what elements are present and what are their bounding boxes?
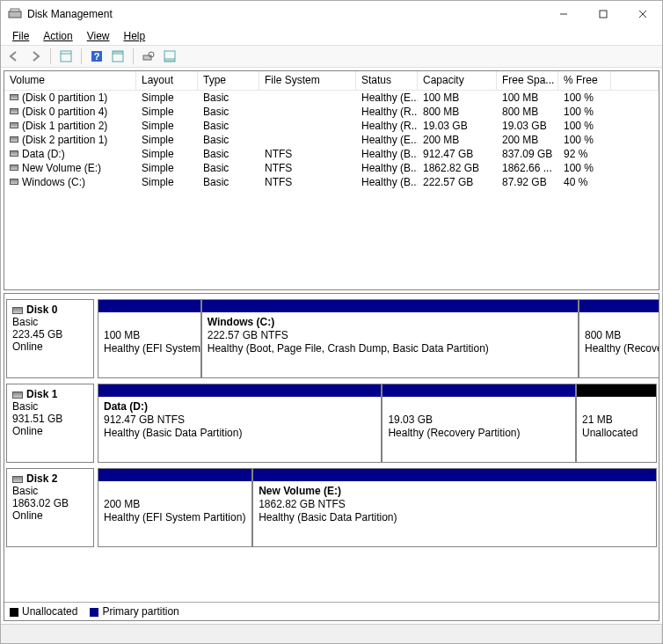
minimize-button[interactable] [543, 2, 583, 26]
legend-unallocated: Unallocated [10, 605, 77, 618]
partition-body: 200 MBHealthy (EFI System Partition) [98, 481, 251, 546]
back-button[interactable] [4, 47, 24, 66]
partition-primary[interactable]: Data (D:)912.47 GB NTFSHealthy (Basic Da… [98, 384, 382, 463]
col-type[interactable]: Type [198, 71, 259, 90]
partition-body: New Volume (E:)1862.82 GB NTFSHealthy (B… [253, 481, 656, 546]
disk-info[interactable]: Disk 1Basic931.51 GBOnline [6, 384, 94, 463]
bottom-view-button[interactable] [160, 47, 179, 66]
col-capacity[interactable]: Capacity [418, 71, 497, 90]
volume-row[interactable]: (Disk 1 partition 2)SimpleBasicHealthy (… [4, 119, 659, 133]
partition-body: Data (D:)912.47 GB NTFSHealthy (Basic Da… [98, 397, 381, 462]
volume-row[interactable]: (Disk 0 partition 4)SimpleBasicHealthy (… [4, 105, 659, 119]
volume-icon [10, 94, 18, 100]
close-button[interactable] [623, 2, 662, 26]
partition-stripe [202, 300, 578, 312]
partition-stripe [382, 384, 575, 397]
volume-row[interactable]: Windows (C:)SimpleBasicNTFSHealthy (B...… [4, 175, 659, 189]
volume-icon [10, 108, 18, 114]
menu-action[interactable]: Action [37, 29, 78, 43]
partition-primary[interactable]: Windows (C:)222.57 GB NTFSHealthy (Boot,… [201, 299, 579, 378]
window-titlebar: Disk Management [1, 1, 662, 27]
svg-rect-11 [113, 51, 123, 55]
partition-body: 21 MBUnallocated [577, 397, 656, 462]
partition-stripe [577, 384, 656, 397]
volume-row[interactable]: (Disk 2 partition 1)SimpleBasicHealthy (… [4, 133, 659, 147]
col-layout[interactable]: Layout [136, 71, 198, 90]
disk-info[interactable]: Disk 2Basic1863.02 GBOnline [6, 468, 94, 547]
partition-primary[interactable]: 200 MBHealthy (EFI System Partition) [98, 468, 252, 547]
partition-unallocated[interactable]: 21 MBUnallocated [576, 384, 657, 463]
svg-rect-6 [61, 51, 71, 62]
legend: Unallocated Primary partition [4, 602, 659, 620]
top-view-button[interactable] [108, 47, 128, 66]
partition-body: 800 MBHealthy (Recovery Partition) [579, 312, 659, 377]
volume-row[interactable]: New Volume (E:)SimpleBasicNTFSHealthy (B… [4, 161, 659, 175]
volume-row[interactable]: (Disk 0 partition 1)SimpleBasicHealthy (… [4, 91, 659, 105]
toolbar-separator [81, 48, 82, 64]
partition-stripe [98, 384, 381, 397]
swatch-primary-icon [90, 608, 98, 617]
volume-icon [10, 150, 18, 157]
svg-rect-3 [600, 11, 607, 18]
volume-list-header: Volume Layout Type File System Status Ca… [4, 71, 659, 91]
maximize-button[interactable] [583, 2, 623, 26]
volume-icon [10, 122, 18, 128]
disk-partitions: Data (D:)912.47 GB NTFSHealthy (Basic Da… [98, 384, 657, 463]
partition-stripe [579, 300, 659, 312]
swatch-unallocated-icon [10, 608, 18, 617]
volume-icon [10, 136, 18, 143]
svg-rect-15 [164, 58, 175, 62]
disk-icon [12, 392, 23, 399]
partition-body: 100 MBHealthy (EFI System Partition) [98, 312, 200, 377]
settings-button[interactable] [139, 47, 158, 66]
svg-text:?: ? [94, 51, 100, 62]
disk-icon [12, 476, 23, 483]
volume-icon [10, 179, 18, 185]
disk-icon [12, 307, 23, 314]
disk-info[interactable]: Disk 0Basic223.45 GBOnline [6, 299, 94, 378]
partition-stripe [253, 469, 656, 481]
partition-stripe [98, 300, 200, 312]
legend-primary: Primary partition [90, 605, 178, 618]
disk-partitions: 200 MBHealthy (EFI System Partition)New … [98, 468, 657, 547]
col-spare[interactable] [611, 71, 659, 90]
disk-row: Disk 1Basic931.51 GBOnlineData (D:)912.4… [4, 384, 659, 463]
forward-button[interactable] [26, 47, 45, 66]
partition-stripe [98, 469, 251, 481]
toolbar-separator [133, 48, 134, 64]
col-filesystem[interactable]: File System [259, 71, 356, 90]
disk-rows-container[interactable]: Disk 0Basic223.45 GBOnline 100 MBHealthy… [4, 294, 659, 602]
col-freespace[interactable]: Free Spa... [497, 71, 558, 90]
volume-list-body[interactable]: (Disk 0 partition 1)SimpleBasicHealthy (… [4, 91, 659, 289]
volume-icon [10, 165, 18, 171]
menu-view[interactable]: View [81, 29, 116, 43]
partition-primary[interactable]: 800 MBHealthy (Recovery Partition) [579, 299, 659, 378]
svg-rect-0 [9, 11, 21, 18]
toolbar-separator [50, 48, 51, 64]
status-bar [1, 624, 662, 643]
partition-body: 19.03 GBHealthy (Recovery Partition) [382, 397, 575, 462]
disk-row: Disk 0Basic223.45 GBOnline 100 MBHealthy… [4, 299, 659, 378]
svg-rect-12 [143, 55, 151, 60]
col-status[interactable]: Status [356, 71, 418, 90]
help-button[interactable]: ? [87, 47, 106, 66]
partition-body: Windows (C:)222.57 GB NTFSHealthy (Boot,… [202, 312, 578, 377]
col-volume[interactable]: Volume [4, 71, 136, 90]
col-pctfree[interactable]: % Free [558, 71, 611, 90]
partition-primary[interactable]: 19.03 GBHealthy (Recovery Partition) [382, 384, 576, 463]
volume-row[interactable]: Data (D:)SimpleBasicNTFSHealthy (B...912… [4, 147, 659, 161]
volume-list-pane: Volume Layout Type File System Status Ca… [4, 70, 659, 290]
window-title: Disk Management [27, 8, 113, 20]
svg-rect-1 [11, 9, 19, 11]
disk-partitions: 100 MBHealthy (EFI System Partition)Wind… [98, 299, 659, 378]
menu-bar: File Action View Help [1, 27, 662, 45]
show-hide-tree-button[interactable] [56, 47, 76, 66]
partition-primary[interactable]: New Volume (E:)1862.82 GB NTFSHealthy (B… [252, 468, 657, 547]
toolbar: ? [1, 45, 662, 68]
app-icon [8, 7, 22, 21]
status-cell [1, 625, 662, 643]
partition-primary[interactable]: 100 MBHealthy (EFI System Partition) [98, 299, 201, 378]
disk-graphical-pane: Disk 0Basic223.45 GBOnline 100 MBHealthy… [4, 293, 659, 621]
menu-help[interactable]: Help [118, 29, 152, 43]
menu-file[interactable]: File [6, 29, 35, 43]
